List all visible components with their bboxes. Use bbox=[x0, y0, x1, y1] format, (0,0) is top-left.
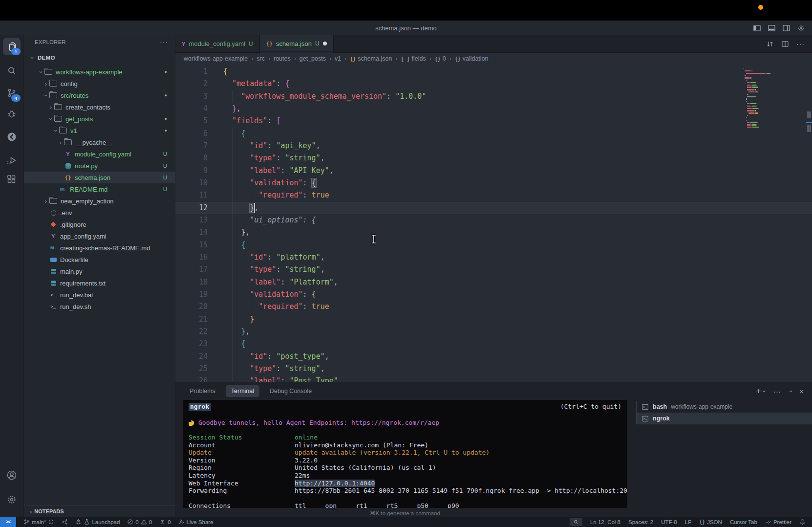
launchpad-item[interactable]: Launchpad bbox=[75, 519, 120, 525]
tree-item-Dockerfile[interactable]: Dockerfile bbox=[24, 254, 175, 265]
indentation-item[interactable]: Spaces: 2 bbox=[628, 519, 653, 525]
terminal-row-Forwarding: Forwardinghttps://87bb-2601-645-8002-370… bbox=[189, 487, 621, 495]
breadcrumb-item-src[interactable]: src bbox=[256, 55, 265, 62]
remote-indicator[interactable]: >< bbox=[0, 517, 16, 527]
panel-tab-debug-console[interactable]: Debug Console bbox=[264, 385, 317, 397]
tree-item-module_config.yaml[interactable]: Ymodule_config.yamlU bbox=[24, 148, 175, 160]
notifications-item[interactable] bbox=[799, 519, 806, 525]
breadcrumb-item-fields[interactable]: [ ]fields bbox=[401, 55, 426, 62]
activity-item-debug[interactable] bbox=[3, 105, 21, 123]
toggle-primary-sidebar-icon[interactable] bbox=[753, 24, 761, 32]
tree-item-main.py[interactable]: main.py bbox=[24, 265, 175, 277]
tree-item-new_empty_action[interactable]: ›new_empty_action bbox=[24, 195, 175, 207]
terminal-output[interactable]: ngrok (Ctrl+C to quit) Goodbye tunnels, … bbox=[183, 400, 627, 508]
activity-item-run-and-debug[interactable] bbox=[3, 152, 21, 169]
terminal-instance-title: bash bbox=[653, 403, 667, 410]
problems-item[interactable]: 0 0 bbox=[127, 519, 152, 525]
tree-item-README.md[interactable]: M↓README.mdU bbox=[24, 183, 175, 195]
code-editor[interactable]: 1{2 "metadata": {3 "workflows_module_sch… bbox=[175, 64, 812, 383]
tree-item-creating-schemas-README.md[interactable]: M↓creating-schemas-README.md bbox=[24, 242, 175, 254]
split-editor-icon[interactable] bbox=[781, 40, 789, 48]
tree-item-create_contacts[interactable]: ›create_contacts bbox=[24, 101, 175, 113]
activity-item-source-control[interactable]: 4 bbox=[3, 84, 21, 102]
editor-more-actions-icon[interactable]: ··· bbox=[796, 40, 805, 48]
minimap[interactable] bbox=[744, 68, 783, 166]
panel-tab-terminal[interactable]: Terminal bbox=[226, 385, 259, 397]
panel-more-actions-icon[interactable]: ··· bbox=[773, 387, 781, 395]
formatter-item[interactable]: Prettier bbox=[765, 519, 791, 525]
activity-item-search[interactable] bbox=[3, 62, 21, 80]
breadcrumb-item-v1[interactable]: v1 bbox=[335, 55, 341, 62]
debug-icon bbox=[6, 108, 18, 120]
search-status-button[interactable] bbox=[570, 518, 582, 526]
tree-item-__pycache__[interactable]: ›__pycache__ bbox=[24, 136, 175, 148]
terminal-instance-bash[interactable]: bashworkflows-app-example bbox=[637, 401, 812, 413]
activity-item-cursor-extension[interactable] bbox=[3, 128, 21, 146]
tree-item-app_config.yaml[interactable]: Yapp_config.yaml bbox=[24, 230, 175, 242]
tree-item-config[interactable]: ›config bbox=[24, 78, 175, 89]
git-graph-item[interactable] bbox=[62, 519, 68, 525]
breadcrumb-label: 0 bbox=[443, 55, 446, 62]
tree-item-get_posts[interactable]: ›get_posts● bbox=[24, 113, 175, 125]
breadcrumb-item-schema.json[interactable]: {}schema.json bbox=[350, 55, 392, 62]
tree-item-run_dev.bat[interactable]: >_run_dev.bat bbox=[24, 289, 175, 301]
breadcrumb-item-validation[interactable]: {}validation bbox=[455, 55, 489, 62]
tree-item-run_dev.sh[interactable]: >_run_dev.sh bbox=[24, 301, 175, 312]
ports-item[interactable]: 0 bbox=[159, 519, 171, 525]
activity-item-explorer[interactable]: 1 bbox=[3, 38, 21, 55]
panel-tab-problems[interactable]: Problems bbox=[184, 385, 221, 397]
file-name: Dockerfile bbox=[60, 256, 88, 264]
tree-item-.env[interactable]: .env bbox=[24, 207, 175, 219]
tree-item-v1[interactable]: ›v1● bbox=[24, 125, 175, 136]
activity-item-extensions[interactable] bbox=[3, 171, 21, 188]
explorer-more-icon[interactable]: ··· bbox=[160, 38, 168, 46]
cursor-tab-item[interactable]: Cursor Tab bbox=[730, 519, 757, 525]
workspace-section-header[interactable]: › DEMO bbox=[24, 52, 175, 64]
tree-item-workflows-app-example[interactable]: ›workflows-app-example● bbox=[24, 66, 175, 78]
activity-item-settings[interactable] bbox=[3, 491, 21, 508]
cursor-position-item[interactable]: Ln 12, Col 8 bbox=[590, 519, 620, 525]
git-branch-item[interactable]: main* bbox=[23, 519, 54, 525]
eol-item[interactable]: LF bbox=[685, 519, 691, 525]
breadcrumb-item-workflows-app-example[interactable]: workflows-app-example bbox=[184, 55, 248, 62]
tree-item-src/routes[interactable]: ›src/routes● bbox=[24, 89, 175, 101]
live-share-item[interactable]: Live Share bbox=[178, 519, 214, 525]
terminal-instance-ngrok[interactable]: ngrok bbox=[637, 413, 812, 424]
status-bar: >< main* Launchpad 0 0 0 Live Share bbox=[0, 517, 812, 527]
breadcrumb[interactable]: workflows-app-example›src›routes›get_pos… bbox=[175, 53, 812, 65]
line-number: 1 bbox=[175, 66, 217, 78]
activity-item-accounts[interactable] bbox=[3, 466, 21, 484]
new-terminal-button[interactable]: +› bbox=[756, 386, 765, 396]
tab-schema-json[interactable]: {} schema.json U bbox=[260, 35, 334, 52]
explorer-sidebar: EXPLORER ··· › DEMO ›workflows-app-examp… bbox=[24, 35, 175, 517]
breadcrumb-separator: › bbox=[294, 55, 296, 62]
notepads-section-header[interactable]: › NOTEPADS bbox=[24, 505, 175, 517]
tree-item-schema.json[interactable]: {}schema.jsonU bbox=[24, 172, 175, 183]
unsaved-changes-dot[interactable] bbox=[323, 42, 327, 45]
toggle-panel-icon[interactable] bbox=[768, 24, 776, 32]
tree-item-requirements.txt[interactable]: requirements.txt bbox=[24, 277, 175, 289]
tab-label: module_config.yaml bbox=[189, 40, 245, 47]
chevron-right-icon: › bbox=[30, 508, 32, 515]
formatter-label: Prettier bbox=[773, 519, 791, 525]
breadcrumb-item-get_posts[interactable]: get_posts bbox=[299, 55, 326, 62]
toggle-secondary-sidebar-icon[interactable] bbox=[782, 24, 791, 32]
beaker-icon bbox=[84, 519, 90, 525]
close-panel-icon[interactable]: × bbox=[799, 387, 804, 395]
code-text: "id": "post_type", bbox=[223, 351, 329, 363]
tab-module-config-yaml[interactable]: Y module_config.yaml U bbox=[175, 35, 260, 52]
code-line-13: 13 "ui_options": { bbox=[175, 214, 812, 226]
tree-item-.gitignore[interactable]: .gitignore bbox=[24, 219, 175, 230]
breadcrumb-item-routes[interactable]: routes bbox=[274, 55, 291, 62]
settings-gear-icon[interactable] bbox=[797, 24, 805, 32]
maximize-panel-icon[interactable]: › bbox=[787, 390, 794, 392]
terminal-row-label: Region bbox=[189, 464, 295, 472]
symbol-icon: {} bbox=[455, 56, 461, 62]
compare-changes-icon[interactable] bbox=[766, 40, 774, 48]
tree-item-route.py[interactable]: route.pyU bbox=[24, 160, 175, 172]
breadcrumb-item-0[interactable]: {}0 bbox=[435, 55, 446, 62]
language-mode-item[interactable]: {} JSON bbox=[699, 519, 722, 525]
terminal-row-value: 3.22.0 bbox=[295, 457, 318, 464]
encoding-item[interactable]: UTF-8 bbox=[661, 519, 677, 525]
overview-ruler[interactable] bbox=[806, 64, 812, 382]
